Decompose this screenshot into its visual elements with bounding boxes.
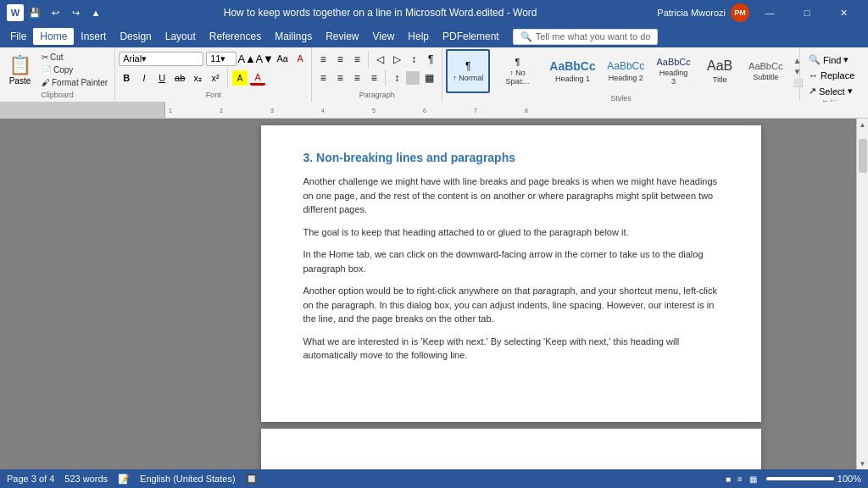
style-heading1[interactable]: AaBbCc Heading 1	[545, 49, 601, 93]
justify-button[interactable]: ≡	[366, 70, 381, 86]
align-right-button[interactable]: ≡	[349, 70, 364, 86]
strikethrough-button[interactable]: ab	[172, 70, 187, 86]
font-name-selector[interactable]: Arial ▾	[119, 52, 203, 66]
find-button[interactable]: 🔍 Find ▾	[804, 53, 854, 67]
menu-help[interactable]: Help	[401, 28, 436, 45]
title-bar-right: Patricia Mworozi PM — □ ✕	[657, 0, 861, 25]
style-no-spacing[interactable]: ¶ ↑ No Spac...	[492, 49, 543, 93]
save-icon[interactable]: 💾	[27, 5, 42, 20]
font-size-selector[interactable]: 11 ▾	[206, 52, 236, 66]
menu-review[interactable]: Review	[319, 28, 365, 45]
user-avatar[interactable]: PM	[731, 3, 749, 22]
undo-icon[interactable]: ↩	[47, 5, 63, 20]
customize-icon[interactable]: ▲	[88, 5, 103, 20]
text-effects-button[interactable]: A	[292, 51, 308, 66]
subscript-button[interactable]: x₂	[190, 70, 205, 86]
bullets-button[interactable]: ≡	[315, 52, 331, 67]
quick-access-toolbar: 💾 ↩ ↪ ▲	[27, 5, 103, 20]
shading-button[interactable]	[406, 71, 420, 85]
copy-button[interactable]: 📄 Copy	[38, 64, 111, 75]
increase-indent-button[interactable]: ▷	[389, 52, 404, 67]
redo-icon[interactable]: ↪	[68, 5, 83, 20]
styles-content: ¶ ↑ Normal ¶ ↑ No Spac... AaBbCc Heading…	[446, 49, 796, 93]
close-button[interactable]: ✕	[827, 0, 861, 25]
style-heading3-preview: AaBbCc	[656, 57, 690, 67]
align-left-button[interactable]: ≡	[315, 70, 331, 86]
format-painter-button[interactable]: 🖌 Format Painter	[38, 77, 111, 88]
menu-pdfelement[interactable]: PDFelement	[436, 28, 506, 45]
style-subtitle[interactable]: AaBbCc Subtitle	[743, 49, 787, 93]
ruler-left-margin	[0, 102, 165, 118]
scroll-thumb[interactable]	[859, 139, 867, 173]
paragraph-label: Paragraph	[315, 90, 438, 100]
style-no-spacing-preview: ¶	[515, 57, 520, 67]
paste-button[interactable]: 📋 Paste	[3, 51, 36, 89]
borders-button[interactable]: ▦	[421, 70, 437, 86]
numbering-button[interactable]: ≡	[332, 52, 348, 67]
share-button[interactable]: Share	[658, 30, 698, 43]
select-button[interactable]: ↗ Select ▾	[804, 84, 858, 98]
text-highlight-button[interactable]: A	[232, 70, 248, 86]
style-heading2[interactable]: AaBbCc Heading 2	[602, 49, 649, 93]
align-center-button[interactable]: ≡	[332, 70, 348, 86]
menu-layout[interactable]: Layout	[159, 28, 203, 45]
minimize-button[interactable]: —	[753, 0, 787, 25]
web-layout-button[interactable]: ≡	[735, 474, 745, 485]
vertical-scrollbar[interactable]: ▲ ▼	[856, 119, 868, 469]
svg-text:8: 8	[525, 108, 528, 114]
increase-font-button[interactable]: A▲	[239, 51, 254, 66]
underline-button[interactable]: U	[154, 70, 170, 86]
font-color-button[interactable]: A	[250, 70, 265, 86]
title-bar: W 💾 ↩ ↪ ▲ How to keep words together on …	[0, 0, 868, 25]
left-margin	[0, 119, 165, 469]
clipboard-content: 📋 Paste ✂ Cut 📄 Copy 🖌 Format Painter	[3, 49, 111, 90]
menu-references[interactable]: References	[203, 28, 268, 45]
line-spacing-button[interactable]: ↕	[389, 70, 404, 86]
menu-design[interactable]: Design	[113, 28, 158, 45]
bold-button[interactable]: B	[119, 70, 134, 86]
cut-button[interactable]: ✂ Cut	[38, 52, 111, 63]
style-heading3[interactable]: AaBbCc Heading 3	[651, 49, 696, 93]
status-left: Page 3 of 4 523 words 📝 English (United …	[7, 474, 258, 485]
search-icon: 🔍	[520, 31, 532, 42]
print-layout-button[interactable]: ■	[723, 474, 733, 485]
font-format-buttons: B I U ab x₂ x² A A	[119, 68, 265, 88]
font-group: Arial ▾ 11 ▾ A▲ A▼ Aa A B I U ab x₂ x² A…	[115, 47, 312, 102]
window-title: How to keep words together on a line in …	[224, 7, 537, 19]
scroll-up-button[interactable]: ▲	[857, 119, 869, 130]
scroll-track[interactable]	[857, 130, 869, 458]
restore-button[interactable]: □	[790, 0, 824, 25]
ribbon: 📋 Paste ✂ Cut 📄 Copy 🖌 Format Painter Cl…	[0, 47, 868, 102]
menu-mailings[interactable]: Mailings	[268, 28, 319, 45]
tell-me-bar[interactable]: 🔍 Tell me what you want to do	[513, 29, 659, 45]
style-normal[interactable]: ¶ ↑ Normal	[446, 49, 490, 93]
zoom-slider[interactable]	[766, 477, 834, 480]
style-normal-preview: ¶	[465, 60, 470, 72]
show-formatting-button[interactable]: ¶	[423, 52, 438, 67]
decrease-font-button[interactable]: A▼	[257, 51, 272, 66]
document-area[interactable]: 3. Non-breaking lines and paragraphs Ano…	[165, 119, 856, 469]
paragraph-2: The goal is to keep that heading attache…	[303, 225, 719, 240]
styles-gallery: ¶ ↑ Normal ¶ ↑ No Spac... AaBbCc Heading…	[446, 49, 806, 93]
editing-group: 🔍 Find ▾ ↔ Replace ↗ Select ▾ Editing	[800, 47, 868, 102]
sort-button[interactable]: ↕	[406, 52, 421, 67]
decrease-indent-button[interactable]: ◁	[372, 52, 387, 67]
page-info: Page 3 of 4	[7, 474, 54, 484]
menu-view[interactable]: View	[366, 28, 402, 45]
change-case-button[interactable]: Aa	[275, 51, 290, 66]
multilevel-list-button[interactable]: ≡	[349, 52, 364, 67]
menu-file[interactable]: File	[3, 28, 33, 45]
scroll-down-button[interactable]: ▼	[857, 458, 869, 469]
status-right: ■ ≡ ▦ 100%	[723, 474, 861, 485]
macro-icon: 🔲	[246, 474, 258, 485]
document-page-2	[261, 429, 761, 469]
menu-insert[interactable]: Insert	[74, 28, 113, 45]
menu-home[interactable]: Home	[33, 28, 74, 45]
italic-button[interactable]: I	[136, 70, 152, 86]
clipboard-group: 📋 Paste ✂ Cut 📄 Copy 🖌 Format Painter Cl…	[0, 47, 115, 102]
read-mode-button[interactable]: ▦	[747, 474, 760, 485]
replace-button[interactable]: ↔ Replace	[804, 69, 860, 82]
superscript-button[interactable]: x²	[208, 70, 223, 86]
paragraph-1: Another challenge we might have with lin…	[303, 175, 719, 217]
style-title[interactable]: AaB Title	[698, 49, 742, 93]
